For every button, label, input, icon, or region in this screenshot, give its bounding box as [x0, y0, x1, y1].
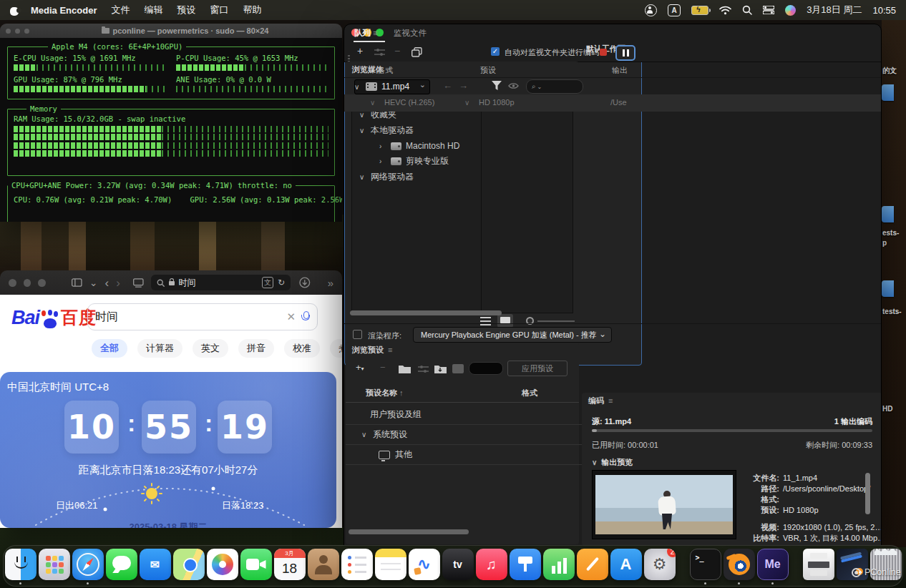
apple-tv-icon[interactable]: tv	[442, 549, 474, 580]
downloads-icon[interactable]	[299, 277, 311, 288]
keynote-icon[interactable]	[510, 549, 541, 580]
translate-icon[interactable]: 文	[262, 277, 273, 288]
terminal-icon[interactable]: >_	[690, 549, 721, 580]
new-group-icon[interactable]	[399, 364, 411, 373]
wifi-icon[interactable]	[719, 6, 731, 15]
zoom-slider-track[interactable]	[537, 320, 575, 322]
dock-item-finder[interactable]	[5, 549, 36, 584]
remove-icon[interactable]: −	[394, 45, 400, 57]
document-file-icon[interactable]	[803, 549, 834, 580]
queue-output-row[interactable]: ∨ HEVC (H.265) ∨ HD 1080p /Use	[344, 94, 881, 112]
chevron-down-icon[interactable]: ∨	[361, 431, 369, 438]
baidu-tab-拼音[interactable]: 拼音	[238, 339, 274, 358]
tree-item-剪映专业版[interactable]: ›剪映专业版	[379, 155, 449, 167]
output-preview-toggle[interactable]: ∨输出预览	[592, 457, 633, 468]
clear-icon[interactable]: ✕	[286, 310, 296, 323]
dock-item-settings[interactable]: ⚙2	[644, 549, 676, 584]
chevron-down-icon[interactable]: ∨	[354, 83, 361, 91]
search-query[interactable]: 时间	[95, 310, 286, 325]
music-icon[interactable]: ♫	[476, 549, 507, 580]
output-settings-icon[interactable]	[374, 49, 385, 56]
blender-icon[interactable]	[724, 549, 755, 580]
user-account-icon[interactable]	[645, 4, 657, 16]
preset-row-user[interactable]: 用户预设及组	[346, 405, 603, 425]
chevron-right-icon[interactable]: ›	[379, 157, 386, 165]
output-preset[interactable]: HD 1080p	[479, 98, 515, 107]
dock-item-music[interactable]: ♫	[476, 549, 507, 584]
menu-item-窗口[interactable]: 窗口	[203, 4, 235, 16]
minimize-icon[interactable]	[24, 279, 31, 287]
col-preset-name[interactable]: 预设名称 ↑	[366, 388, 404, 398]
minimize-icon[interactable]	[15, 29, 20, 34]
baidu-tab-全部[interactable]: 全部	[92, 339, 127, 358]
baidu-search-box[interactable]: 时间 ✕	[87, 303, 318, 330]
close-icon[interactable]	[6, 29, 11, 34]
apply-preset-button[interactable]: 应用预设	[507, 361, 568, 376]
dock-item-reminders[interactable]	[341, 549, 373, 584]
mail-icon[interactable]: ✉	[140, 549, 171, 580]
chevron-down-icon[interactable]: ∨	[359, 173, 366, 181]
dock-item-tv[interactable]: tv	[442, 549, 474, 584]
app-store-icon[interactable]: A	[610, 549, 642, 580]
messages-icon[interactable]	[106, 549, 137, 580]
preset-row-other[interactable]: 其他	[346, 445, 612, 465]
numbers-icon[interactable]	[543, 549, 575, 580]
chevron-down-icon[interactable]: ∨	[370, 99, 375, 107]
menu-item-帮助[interactable]: 帮助	[235, 4, 268, 16]
contacts-icon[interactable]	[308, 549, 339, 580]
reminders-icon[interactable]	[341, 549, 373, 580]
output-path[interactable]: /Use	[610, 98, 627, 107]
menu-item-文件[interactable]: 文件	[104, 4, 137, 16]
baidu-logo[interactable]: Bai 百度	[11, 306, 97, 329]
tree-item-Macintosh HD[interactable]: ›Macintosh HD	[379, 139, 459, 152]
pause-queue-button[interactable]	[615, 45, 635, 61]
pages-icon[interactable]	[577, 549, 608, 580]
tab-queue[interactable]: 队列 ≡	[354, 28, 378, 39]
preset-row-system[interactable]: ∨系统预设	[346, 425, 595, 445]
zoom-icon[interactable]	[38, 279, 46, 287]
freeform-icon[interactable]: ∿	[409, 549, 440, 580]
more-toolbar-icon[interactable]: »	[328, 278, 333, 288]
stop-queue-icon[interactable]	[600, 49, 607, 56]
baidu-tab-校准[interactable]: 校准	[284, 339, 320, 358]
safari-icon[interactable]	[72, 549, 104, 580]
dock-item-notes[interactable]	[375, 549, 406, 584]
media-encoder-icon[interactable]: Me	[757, 549, 789, 580]
remove-preset-icon[interactable]: −	[380, 362, 386, 373]
dock-item-messages[interactable]	[106, 549, 137, 584]
col-预设[interactable]: 预设	[480, 65, 496, 76]
sidebar-icon[interactable]	[72, 278, 82, 287]
dock-item-mail[interactable]: ✉	[140, 549, 171, 584]
page-layout-icon[interactable]	[133, 278, 144, 288]
dock-item-facetime[interactable]	[240, 549, 272, 584]
chevron-down-icon[interactable]: ⌄	[89, 278, 98, 288]
dock-item-appstore[interactable]: A	[610, 549, 642, 584]
horizontal-scrollbar[interactable]	[349, 529, 469, 534]
input-source-icon[interactable]: A	[668, 4, 681, 16]
dock-item-freeform[interactable]: ∿	[409, 549, 440, 584]
dock-item-terminal[interactable]: >_	[690, 549, 721, 584]
dock-item-projfile[interactable]	[837, 549, 868, 584]
voice-search-icon[interactable]	[301, 311, 310, 323]
chevron-down-icon[interactable]: ∨	[464, 99, 469, 107]
dock-item-safari[interactable]	[72, 549, 104, 584]
dock-item-keynote[interactable]	[510, 549, 541, 584]
launchpad-icon[interactable]	[39, 549, 70, 580]
export-preset-icon[interactable]	[452, 364, 464, 373]
preset-search-input[interactable]	[469, 362, 503, 375]
baidu-tab-计算器[interactable]: 计算器	[137, 339, 182, 358]
notes-icon[interactable]	[375, 549, 406, 580]
dock-item-calendar[interactable]: 3月18	[274, 549, 306, 584]
tree-item-本地驱动器[interactable]: ∨本地驱动器	[359, 124, 414, 137]
calendar-icon[interactable]: 3月18	[274, 549, 306, 580]
dock-item-me[interactable]: Me	[757, 549, 789, 584]
dock-item-blender[interactable]	[724, 549, 755, 584]
baidu-tab-煮雨[interactable]: 煮雨	[330, 339, 342, 358]
dock-item-docfile[interactable]	[803, 549, 834, 584]
renderer-dropdown[interactable]: Mercury Playback Engine GPU 加速 (Metal) -…	[413, 327, 612, 343]
photos-icon[interactable]	[207, 549, 238, 580]
renderer-checkbox[interactable]	[353, 330, 362, 339]
encoding-header[interactable]: 编码≡	[582, 393, 882, 408]
terminal-titlebar[interactable]: pconline — powermetrics · sudo — 80×24	[0, 24, 342, 38]
back-icon[interactable]: ‹	[105, 277, 109, 289]
